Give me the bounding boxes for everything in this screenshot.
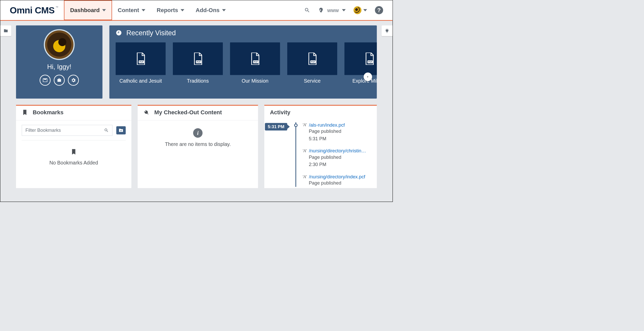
- panel-title: Activity: [270, 109, 290, 116]
- search-icon[interactable]: [104, 128, 109, 133]
- activity-link[interactable]: /nursing/directory/christine-sh…: [309, 148, 369, 154]
- pcf-file-icon: PCF: [250, 53, 260, 65]
- chevron-down-icon: [102, 9, 106, 11]
- bookmark-icon: [22, 109, 28, 116]
- bookmarks-empty-text: No Bookmarks Added: [49, 160, 98, 166]
- activity-item: A/nursing/directory/index.pcf Page publi…: [302, 174, 370, 187]
- nav-label: Content: [118, 7, 139, 14]
- tile-label: Service: [304, 78, 321, 84]
- chevron-down-icon: [222, 9, 226, 11]
- top-nav: Omni CMS™ Dashboard Content Reports Add-…: [0, 0, 393, 21]
- recent-tile[interactable]: PCFOur Mission: [230, 42, 280, 84]
- folder-plus-icon: [118, 128, 124, 133]
- site-selector[interactable]: www: [318, 7, 346, 13]
- inbox-button[interactable]: [40, 75, 51, 86]
- svg-text:PCF: PCF: [139, 61, 143, 63]
- author-icon: A: [302, 123, 307, 127]
- nav-label: Reports: [157, 7, 178, 14]
- greeting: Hi, Iggy!: [47, 63, 71, 71]
- plug-icon: [142, 108, 151, 117]
- briefcase-icon: [57, 77, 62, 83]
- activity-time-badge: 5:31 PM: [265, 123, 287, 130]
- activity-action: Page published: [309, 154, 341, 160]
- checked-out-panel: My Checked-Out Content i There are no it…: [138, 105, 258, 188]
- panel-title: Bookmarks: [33, 109, 64, 116]
- tile-label: Traditions: [187, 78, 209, 84]
- recent-tile[interactable]: PCFCatholic and Jesuit: [116, 42, 166, 84]
- tile-label: Catholic and Jesuit: [119, 78, 162, 84]
- add-bookmark-button[interactable]: [116, 126, 126, 134]
- search-icon[interactable]: [304, 7, 310, 13]
- pcf-file-icon: PCF: [365, 53, 374, 65]
- recent-tile[interactable]: PCFTraditions: [173, 42, 223, 84]
- checked-empty-text: There are no items to display.: [165, 142, 231, 147]
- svg-text:PCF: PCF: [311, 61, 315, 63]
- activity-item: A/als-run/index.pcf Page published5:31 P…: [302, 122, 370, 142]
- files-tab[interactable]: [0, 25, 11, 36]
- tile-label: Our Mission: [242, 78, 268, 84]
- plug-icon: [384, 28, 390, 33]
- chevron-down-icon: [181, 9, 184, 11]
- bookmarks-panel: Bookmarks No Bookmarks Added: [16, 105, 131, 188]
- activity-action: Page published: [309, 180, 341, 186]
- info-icon: i: [193, 128, 203, 138]
- nav-label: Dashboard: [70, 7, 100, 14]
- activity-item: A/nursing/directory/christine-sh… Page p…: [302, 148, 370, 168]
- svg-text:PCF: PCF: [254, 61, 258, 63]
- brand-logo: Omni CMS™: [10, 5, 55, 15]
- recent-tile[interactable]: PCFService: [287, 42, 337, 84]
- pcf-file-icon: PCF: [193, 53, 203, 65]
- settings-button[interactable]: [68, 75, 79, 86]
- activity-time: 5:31 PM: [309, 136, 326, 141]
- nav-right: www ?: [304, 6, 393, 14]
- nav-label: Add-Ons: [196, 7, 220, 14]
- recent-title: Recently Visited: [126, 29, 176, 37]
- panel-title: My Checked-Out Content: [154, 109, 222, 116]
- gear-icon: [71, 77, 76, 83]
- bookmark-icon: [70, 148, 77, 156]
- nav-reports[interactable]: Reports: [151, 0, 190, 20]
- recent-tiles: PCFCatholic and Jesuit PCFTraditions PCF…: [116, 42, 370, 84]
- svg-text:PCF: PCF: [197, 61, 200, 63]
- activity-action: Page published: [309, 129, 341, 134]
- help-button[interactable]: ?: [375, 6, 383, 14]
- activity-link[interactable]: /nursing/directory/index.pcf: [309, 174, 365, 179]
- chevron-down-icon: [142, 9, 146, 11]
- user-menu[interactable]: [354, 6, 367, 14]
- bookmark-filter-input[interactable]: [26, 128, 104, 133]
- folder-icon: [3, 29, 9, 33]
- activity-link[interactable]: /als-run/index.pcf: [309, 122, 345, 128]
- pin-icon: [318, 7, 324, 13]
- activity-panel: Activity 5:31 PM A/als-run/index.pcf Pag…: [264, 105, 377, 188]
- workflow-button[interactable]: [54, 75, 65, 86]
- activity-time: 2:30 PM: [309, 162, 326, 167]
- avatar-icon: [354, 6, 362, 14]
- clock-icon: [116, 30, 122, 36]
- bookmark-filter[interactable]: [22, 125, 113, 136]
- chevron-down-icon: [363, 9, 367, 11]
- nav-content[interactable]: Content: [112, 0, 151, 20]
- nav-addons[interactable]: Add-Ons: [190, 0, 232, 20]
- pcf-file-icon: PCF: [307, 53, 317, 65]
- author-icon: A: [302, 175, 307, 179]
- carousel-next[interactable]: [364, 73, 372, 81]
- timeline-dot: [294, 124, 298, 127]
- site-name: www: [327, 7, 339, 13]
- svg-text:PCF: PCF: [368, 61, 372, 63]
- nav-items: Dashboard Content Reports Add-Ons: [64, 0, 231, 20]
- profile-card: Hi, Iggy!: [16, 25, 103, 99]
- mail-icon: [43, 77, 48, 83]
- author-icon: A: [302, 149, 307, 153]
- chevron-right-icon: [366, 75, 369, 79]
- recently-visited: Recently Visited PCFCatholic and Jesuit …: [109, 25, 377, 99]
- nav-dashboard[interactable]: Dashboard: [64, 0, 112, 20]
- chevron-down-icon: [342, 9, 346, 11]
- pcf-file-icon: PCF: [136, 53, 146, 65]
- gadgets-tab[interactable]: [382, 25, 393, 36]
- avatar: [44, 29, 75, 60]
